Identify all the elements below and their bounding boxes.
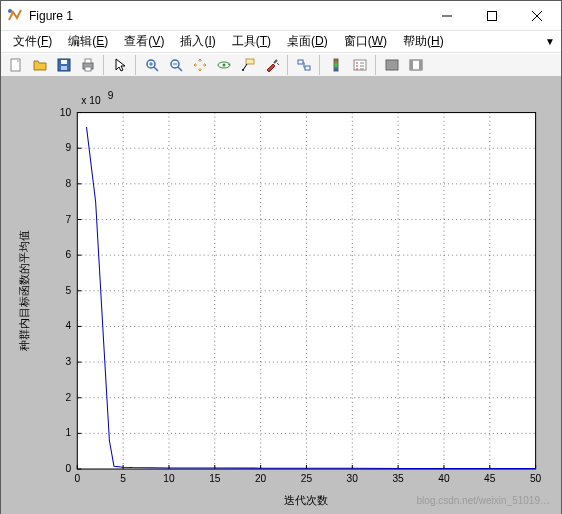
- menu-file[interactable]: 文件(F): [5, 31, 60, 52]
- maximize-button[interactable]: [469, 1, 514, 30]
- save-button[interactable]: [52, 54, 75, 76]
- menu-bar: 文件(F) 编辑(E) 查看(V) 插入(I) 工具(T) 桌面(D) 窗口(W…: [1, 31, 561, 53]
- svg-point-15: [242, 69, 244, 71]
- new-figure-button[interactable]: [4, 54, 27, 76]
- title-bar: Figure 1: [1, 1, 561, 31]
- menu-tools[interactable]: 工具(T): [224, 31, 279, 52]
- svg-text:25: 25: [301, 473, 313, 484]
- brush-button[interactable]: [260, 54, 283, 76]
- rotate-3d-button[interactable]: [212, 54, 235, 76]
- svg-rect-14: [246, 59, 254, 64]
- svg-text:15: 15: [209, 473, 221, 484]
- insert-colorbar-button[interactable]: [324, 54, 347, 76]
- toolbar-separator: [375, 55, 376, 75]
- svg-rect-18: [334, 59, 338, 71]
- pan-button[interactable]: [188, 54, 211, 76]
- menu-insert[interactable]: 插入(I): [172, 31, 223, 52]
- axes[interactable]: 05101520253035404550012345678910x 109迭代次…: [6, 82, 556, 510]
- svg-rect-9: [85, 67, 91, 71]
- svg-text:35: 35: [392, 473, 404, 484]
- insert-legend-button[interactable]: [348, 54, 371, 76]
- menu-window[interactable]: 窗口(W): [336, 31, 395, 52]
- svg-text:10: 10: [163, 473, 175, 484]
- svg-text:4: 4: [66, 320, 72, 331]
- toolbar: [1, 53, 561, 77]
- svg-text:7: 7: [66, 214, 72, 225]
- print-button[interactable]: [76, 54, 99, 76]
- svg-point-13: [222, 64, 225, 67]
- svg-text:9: 9: [66, 142, 72, 153]
- close-button[interactable]: [514, 1, 559, 30]
- menu-desktop[interactable]: 桌面(D): [279, 31, 336, 52]
- svg-rect-2: [487, 11, 496, 20]
- svg-text:30: 30: [347, 473, 359, 484]
- svg-rect-20: [386, 60, 398, 70]
- svg-rect-22: [410, 60, 413, 70]
- zoom-in-button[interactable]: [140, 54, 163, 76]
- menu-chevron-icon[interactable]: ▼: [539, 34, 561, 49]
- window-title: Figure 1: [29, 9, 73, 23]
- menu-view[interactable]: 查看(V): [116, 31, 172, 52]
- svg-text:0: 0: [74, 473, 80, 484]
- svg-text:9: 9: [108, 90, 114, 101]
- data-cursor-button[interactable]: [236, 54, 259, 76]
- hide-plot-tools-button[interactable]: [380, 54, 403, 76]
- svg-rect-16: [298, 60, 303, 64]
- link-plot-button[interactable]: [292, 54, 315, 76]
- menu-help[interactable]: 帮助(H): [395, 31, 452, 52]
- svg-text:x 10: x 10: [81, 95, 101, 106]
- open-file-button[interactable]: [28, 54, 51, 76]
- svg-text:种群内目标函数的平均值: 种群内目标函数的平均值: [18, 230, 30, 351]
- svg-rect-5: [61, 60, 67, 64]
- figure-canvas[interactable]: 05101520253035404550012345678910x 109迭代次…: [1, 77, 561, 514]
- svg-rect-23: [419, 60, 422, 70]
- toolbar-separator: [103, 55, 104, 75]
- svg-text:45: 45: [484, 473, 496, 484]
- svg-rect-17: [305, 66, 310, 70]
- svg-rect-8: [85, 59, 91, 63]
- axes-svg: 05101520253035404550012345678910x 109迭代次…: [6, 82, 556, 510]
- svg-text:5: 5: [66, 285, 72, 296]
- svg-text:迭代次数: 迭代次数: [284, 494, 328, 506]
- svg-text:10: 10: [60, 107, 72, 118]
- toolbar-separator: [287, 55, 288, 75]
- svg-text:0: 0: [66, 463, 72, 474]
- svg-text:3: 3: [66, 356, 72, 367]
- toolbar-separator: [319, 55, 320, 75]
- svg-text:20: 20: [255, 473, 267, 484]
- zoom-out-button[interactable]: [164, 54, 187, 76]
- figure-window: Figure 1 文件(F) 编辑(E) 查看(V) 插入(I) 工具(T) 桌…: [0, 0, 562, 514]
- svg-text:40: 40: [438, 473, 450, 484]
- show-plot-tools-button[interactable]: [404, 54, 427, 76]
- svg-point-1: [8, 9, 12, 13]
- minimize-button[interactable]: [424, 1, 469, 30]
- pointer-button[interactable]: [108, 54, 131, 76]
- app-icon: [7, 8, 23, 24]
- svg-text:8: 8: [66, 178, 72, 189]
- svg-text:50: 50: [530, 473, 542, 484]
- svg-text:6: 6: [66, 249, 72, 260]
- svg-rect-6: [61, 66, 67, 70]
- toolbar-separator: [135, 55, 136, 75]
- svg-text:1: 1: [66, 427, 72, 438]
- svg-text:5: 5: [120, 473, 126, 484]
- menu-edit[interactable]: 编辑(E): [60, 31, 116, 52]
- svg-text:2: 2: [66, 392, 72, 403]
